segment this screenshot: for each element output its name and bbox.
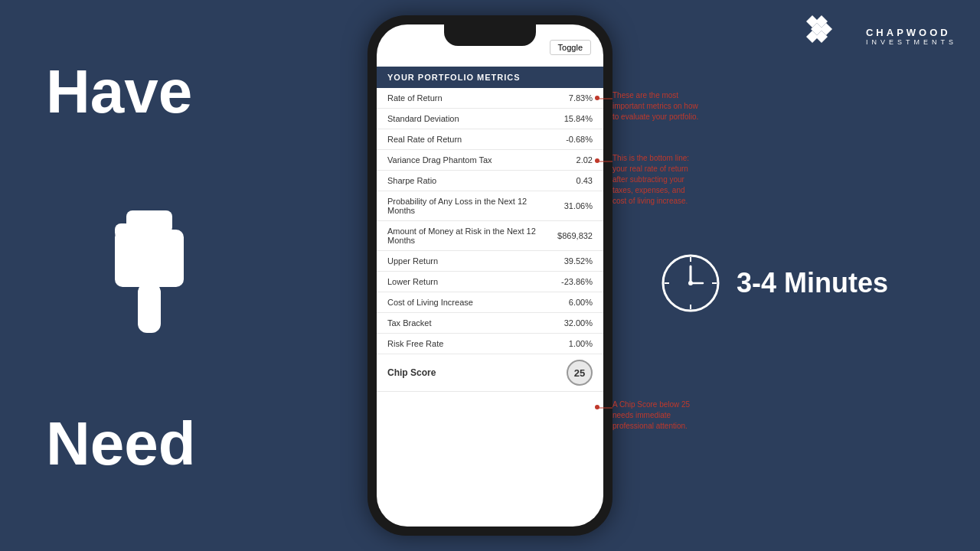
metric-value: $869,832 [547,221,603,251]
metric-label: Rate of Return [377,88,547,109]
metric-label: Cost of Living Increase [377,292,547,313]
thumbs-down-icon [100,168,199,337]
clock-icon [660,253,721,314]
table-row: Amount of Money at Risk in the Next 12 M… [377,221,603,251]
metrics-header: YOUR PORTFOLIO METRICS [377,67,603,88]
company-sub: INVESTMENTS [866,38,957,46]
metric-value: 39.52% [547,251,603,272]
have-label: Have [46,61,192,122]
time-label: 3-4 Minutes [737,267,888,299]
metric-value: 1.00% [547,334,603,354]
table-row: Sharpe Ratio0.43 [377,171,603,191]
table-row: Risk Free Rate1.00% [377,334,603,354]
phone-notch [444,24,536,46]
metric-label: Standard Deviation [377,109,547,129]
metric-label: Real Rate of Return [377,129,547,150]
table-row: Variance Drag Phantom Tax2.02 [377,150,603,171]
metric-label: Upper Return [377,251,547,272]
table-row: Probability of Any Loss in the Next 12 M… [377,191,603,221]
annotation-bottom-text: A Chip Score below 25 needs immediate pr… [612,399,701,432]
table-row: Upper Return39.52% [377,251,603,272]
metric-value: -23.86% [547,272,603,292]
metric-value: 31.06% [547,191,603,221]
svg-rect-1 [138,283,161,333]
annotation-top-text: These are the most important metrics on … [612,90,701,122]
metric-label: Risk Free Rate [377,334,547,354]
logo-text-section: CHAPWOOD INVESTMENTS [866,27,957,46]
time-section: 3-4 Minutes [660,253,888,314]
table-row: Real Rate of Return-0.68% [377,129,603,150]
svg-rect-5 [126,210,172,233]
annotation-top: These are the most important metrics on … [612,90,701,122]
company-name: CHAPWOOD [866,27,957,38]
metric-value: 6.00% [547,292,603,313]
metric-label: Tax Bracket [377,313,547,334]
table-row: Lower Return-23.86% [377,272,603,292]
phone-mockup: Toggle YOUR PORTFOLIO METRICS Rate of Re… [368,15,612,536]
metric-value: 32.00% [547,313,603,334]
chip-score-label: Chip Score [377,354,547,392]
table-row: Standard Deviation15.84% [377,109,603,129]
logo-diamonds [803,15,857,57]
annotation-middle-text: This is the bottom line: your real rate … [612,153,701,207]
chapwood-logo: CHAPWOOD INVESTMENTS [803,15,957,57]
table-row: Tax Bracket32.00% [377,313,603,334]
phone-outer: Toggle YOUR PORTFOLIO METRICS Rate of Re… [368,15,612,536]
table-row: Cost of Living Increase6.00% [377,292,603,313]
chip-score-row: Chip Score25 [377,354,603,392]
metric-value: 0.43 [547,171,603,191]
metric-value: 15.84% [547,109,603,129]
metric-label: Amount of Money at Risk in the Next 12 M… [377,221,547,251]
phone-content: YOUR PORTFOLIO METRICS Rate of Return7.8… [377,24,603,527]
metric-label: Variance Drag Phantom Tax [377,150,547,171]
metric-label: Probability of Any Loss in the Next 12 M… [377,191,547,221]
metric-label: Sharpe Ratio [377,171,547,191]
metric-label: Lower Return [377,272,547,292]
annotation-middle: This is the bottom line: your real rate … [612,153,701,207]
toggle-button[interactable]: Toggle [550,40,591,55]
need-label: Need [46,413,196,474]
chip-score-value: 25 [547,354,603,392]
annotation-bottom: A Chip Score below 25 needs immediate pr… [612,399,701,432]
metric-value: -0.68% [547,129,603,150]
left-text-section: Have Need [46,61,192,122]
metrics-table: Rate of Return7.83%Standard Deviation15.… [377,88,603,392]
table-row: Rate of Return7.83% [377,88,603,109]
phone-screen: Toggle YOUR PORTFOLIO METRICS Rate of Re… [377,24,603,527]
